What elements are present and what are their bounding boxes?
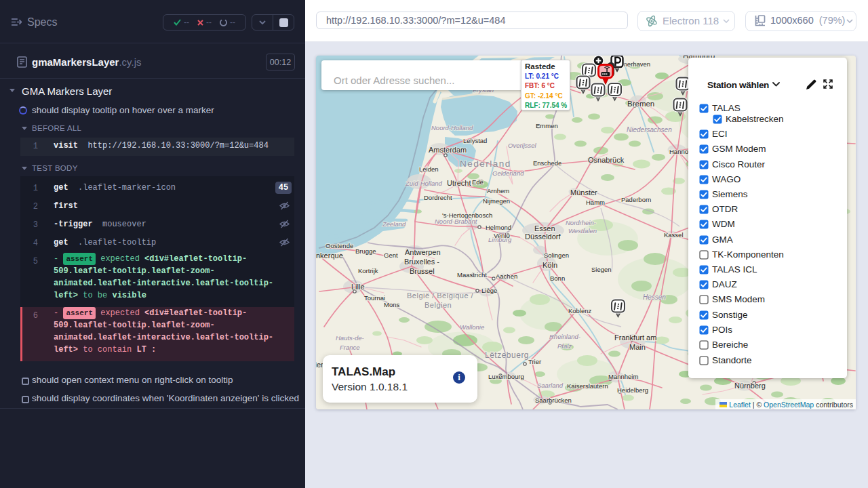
svg-text:Gent: Gent xyxy=(384,251,398,259)
svg-text:Liège: Liège xyxy=(481,287,497,294)
svg-text:Essen: Essen xyxy=(534,224,555,232)
svg-text:Enschede: Enschede xyxy=(533,159,561,167)
svg-text:Hauts-de-: Hauts-de- xyxy=(336,334,364,342)
svg-text:Utrecht: Utrecht xyxy=(447,179,471,187)
svg-text:Lelystad: Lelystad xyxy=(463,137,487,144)
svg-text:Belgien: Belgien xyxy=(425,301,452,309)
svg-text:Noord-Holland: Noord-Holland xyxy=(431,124,473,131)
svg-text:Münster: Münster xyxy=(570,188,597,197)
svg-text:Nürnberg: Nürnberg xyxy=(734,382,766,390)
svg-text:Limburg: Limburg xyxy=(488,236,512,243)
svg-text:France: France xyxy=(340,344,360,351)
svg-text:Antwerpen: Antwerpen xyxy=(405,248,441,256)
svg-text:Rheinland-: Rheinland- xyxy=(549,333,580,340)
svg-text:Luxembourg: Luxembourg xyxy=(488,373,524,380)
svg-text:Kassel: Kassel xyxy=(664,231,684,239)
svg-text:Oostende: Oostende xyxy=(326,242,353,249)
svg-text:Zuid-Holland: Zuid-Holland xyxy=(405,180,443,187)
svg-text:Amsterdam: Amsterdam xyxy=(429,146,467,154)
svg-text:Köln: Köln xyxy=(542,261,557,269)
svg-text:Zeeland: Zeeland xyxy=(382,220,406,228)
svg-text:Aachen: Aachen xyxy=(496,272,517,280)
svg-text:Nederland: Nederland xyxy=(460,159,511,169)
svg-text:Düsseldorf: Düsseldorf xyxy=(525,232,561,241)
svg-text:Mons: Mons xyxy=(384,301,399,308)
svg-text:Arnhem: Arnhem xyxy=(487,187,509,195)
svg-text:Wallonie: Wallonie xyxy=(460,323,484,331)
svg-text:Koblenz: Koblenz xyxy=(568,307,592,314)
svg-text:Emmen: Emmen xyxy=(536,122,558,129)
svg-text:Bonn: Bonn xyxy=(550,274,565,282)
svg-text:Mannheim: Mannheim xyxy=(608,373,638,380)
svg-text:Brussel: Brussel xyxy=(410,267,435,275)
svg-text:Paderborn: Paderborn xyxy=(621,196,651,203)
svg-text:Nordrhein-: Nordrhein- xyxy=(566,219,596,226)
svg-text:Saarbrücken: Saarbrücken xyxy=(535,396,572,404)
svg-text:Lille: Lille xyxy=(351,283,365,291)
svg-text:Overijssel: Overijssel xyxy=(508,142,537,149)
svg-text:Frankfurt am: Frankfurt am xyxy=(614,333,656,342)
svg-text:Ede: Ede xyxy=(472,178,484,186)
svg-text:Bremen: Bremen xyxy=(627,100,654,108)
svg-text:Westfalen: Westfalen xyxy=(568,227,597,235)
svg-text:Noord-Brabant: Noord-Brabant xyxy=(435,218,477,225)
svg-text:Tournai: Tournai xyxy=(364,294,385,302)
svg-text:Kortrijk: Kortrijk xyxy=(358,267,378,274)
svg-text:Brugge: Brugge xyxy=(355,247,376,255)
svg-text:Dordrecht: Dordrecht xyxy=(424,194,452,201)
svg-text:Pfalz: Pfalz xyxy=(557,342,572,350)
svg-text:Main: Main xyxy=(629,343,646,351)
svg-text:Gelderland: Gelderland xyxy=(492,169,524,177)
svg-text:Heidelberg: Heidelberg xyxy=(617,386,648,394)
svg-text:Nijmegen: Nijmegen xyxy=(483,197,510,205)
svg-text:Maastricht: Maastricht xyxy=(457,271,487,279)
svg-text:Hamm: Hamm xyxy=(586,199,605,206)
svg-text:Osnabrück: Osnabrück xyxy=(588,156,625,164)
svg-text:Bruxelles -: Bruxelles - xyxy=(404,258,439,266)
svg-text:Leiden: Leiden xyxy=(419,165,439,173)
svg-text:Helmond: Helmond xyxy=(486,224,511,231)
svg-text:Trier: Trier xyxy=(528,358,541,365)
svg-text:Lëtzebuerg: Lëtzebuerg xyxy=(485,350,529,360)
svg-text:Saarland: Saarland xyxy=(537,382,564,389)
svg-text:nkerque: nkerque xyxy=(316,251,343,260)
svg-text:Niedersachsen: Niedersachsen xyxy=(627,126,672,134)
svg-text:Solingen: Solingen xyxy=(544,251,569,259)
svg-text:België / Belgique /: België / Belgique / xyxy=(407,291,474,300)
svg-text:Kaiserslautern: Kaiserslautern xyxy=(567,382,608,390)
svg-text:Hessen: Hessen xyxy=(643,293,666,301)
svg-text:Siegen: Siegen xyxy=(591,266,612,273)
